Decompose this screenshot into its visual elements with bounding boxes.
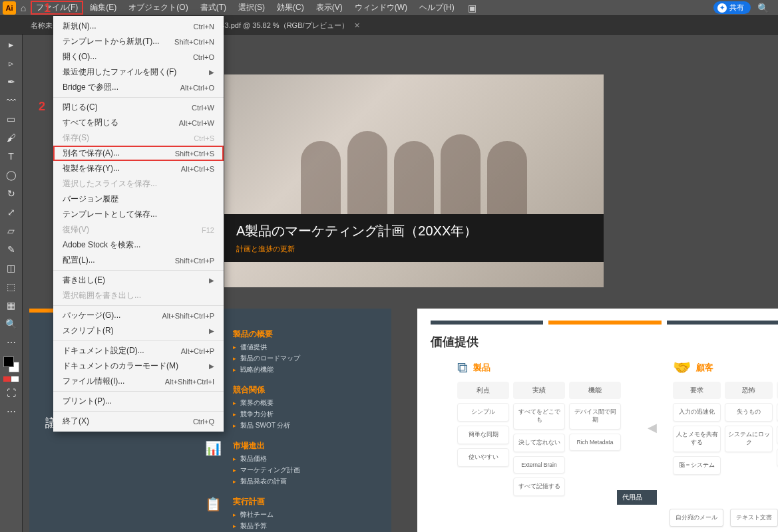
menu-edit[interactable]: 編集(E) [85, 1, 122, 15]
card-cell: システムにロック [725, 426, 773, 452]
card-cell: 脳＝システム [673, 456, 721, 475]
selection-tool[interactable]: ▸ [3, 37, 19, 52]
menu-shortcut: Shift+Ctrl+N [174, 38, 214, 46]
screen-mode[interactable]: ⛶ [3, 386, 19, 400]
menu-file[interactable]: ファイル(F) [31, 1, 83, 15]
card-column: 要求入力の迅速化人とメモを共有する脳＝システム [673, 382, 721, 475]
type-tool[interactable]: T [3, 149, 19, 164]
card-header: 要求 [673, 382, 721, 399]
menu-item[interactable]: 複製を保存(Y)...Alt+Ctrl+S [53, 161, 224, 176]
agenda-item: 戦略的機能 [233, 365, 300, 374]
direct-selection-tool[interactable]: ▹ [3, 56, 19, 70]
search-icon[interactable]: 🔍 [757, 3, 769, 13]
menu-item[interactable]: スクリプト(R)▶ [53, 323, 224, 338]
menu-item-label: 複製を保存(Y)... [63, 163, 120, 174]
menu-item-label: 復帰(V) [63, 224, 89, 235]
shape-builder-tool[interactable]: ▱ [3, 223, 19, 238]
tools-panel: ▸ ▹ ✒ 〰 ▭ 🖌 T ◯ ↻ ⤢ ▱ ✎ ◫ ⬚ ▦ 🔍 ⋯ ⛶ ⋯ [0, 35, 23, 532]
share-button[interactable]: ✦共有 [713, 1, 751, 14]
menu-item-label: 別名で保存(A)... [63, 148, 120, 159]
menu-item[interactable]: 新規(N)...Ctrl+N [53, 19, 224, 34]
agenda-section-title: 市場進出 [233, 440, 300, 452]
card-cell: 簡単な同期 [457, 426, 509, 444]
rotate-tool[interactable]: ↻ [3, 186, 19, 201]
agenda-section-title: 競合関係 [233, 384, 290, 396]
value-heading: 価値提供 [431, 334, 778, 350]
submenu-arrow-icon: ▶ [209, 68, 214, 76]
card-cell: デバイス間で同期 [569, 403, 621, 430]
menu-item[interactable]: 配置(L)...Shift+Ctrl+P [53, 253, 224, 268]
menu-item[interactable]: ドキュメント設定(D)...Alt+Ctrl+P [53, 343, 224, 358]
eyedropper-tool[interactable]: ✎ [3, 242, 19, 257]
alt-item: テキスト文書 [730, 509, 778, 527]
curvature-tool[interactable]: 〰 [3, 93, 19, 108]
artboard-tool[interactable]: ▦ [3, 298, 19, 313]
menu-item[interactable]: 最近使用したファイルを開く(F)▶ [53, 65, 224, 80]
submenu-arrow-icon: ▶ [209, 277, 214, 284]
arrange-icon[interactable]: ▣ [467, 3, 479, 13]
menu-item-label: パッケージ(G)... [63, 310, 120, 321]
menu-type[interactable]: 書式(T) [195, 1, 232, 15]
menu-help[interactable]: ヘルプ(H) [414, 1, 460, 15]
menu-item[interactable]: 終了(X)Ctrl+Q [53, 414, 224, 429]
rectangle-tool[interactable]: ▭ [3, 112, 19, 126]
card-column: 機能デバイス間で同期Rich Metadata [569, 382, 621, 496]
menu-item[interactable]: Bridge で参照...Alt+Ctrl+O [53, 80, 224, 95]
card-column: 恐怖失うものシステムにロック [725, 382, 773, 475]
edit-toolbar[interactable]: ⋯ [3, 404, 19, 419]
card-column: 利点シンプル簡単な同期使いやすい [457, 382, 509, 496]
menu-item-label: 選択範囲を書き出し... [63, 290, 141, 301]
agenda-item: 製品のロードマップ [233, 354, 300, 363]
menu-item[interactable]: プリント(P)... [53, 394, 224, 409]
menu-shortcut: Alt+Shift+Ctrl+P [162, 312, 214, 320]
color-swatch[interactable] [3, 356, 19, 372]
callout-1: 1 [44, 1, 51, 15]
menu-shortcut: Ctrl+N [194, 23, 214, 31]
menu-item[interactable]: 別名で保存(A)...Shift+Ctrl+S [53, 146, 224, 161]
scale-tool[interactable]: ⤢ [3, 205, 19, 219]
menu-item[interactable]: バージョン履歴 [53, 192, 224, 207]
color-mode-toggle[interactable] [3, 376, 19, 382]
menu-item[interactable]: ファイル情報(I)...Alt+Shift+Ctrl+I [53, 374, 224, 389]
agenda-item: 業界の概要 [233, 398, 290, 408]
menu-item[interactable]: Adobe Stock を検索... [53, 237, 224, 253]
close-icon[interactable]: ✕ [354, 21, 360, 30]
submenu-arrow-icon: ▶ [209, 362, 214, 370]
card-header: 実績 [513, 382, 565, 399]
menu-item[interactable]: 書き出し(E)▶ [53, 273, 224, 288]
menu-item-label: すべてを閉じる [63, 117, 118, 128]
menu-shortcut: Alt+Shift+Ctrl+I [165, 378, 214, 386]
arrow-left-icon: ◀ [648, 420, 657, 435]
home-icon[interactable]: ⌂ [17, 3, 29, 13]
menu-item[interactable]: テンプレートとして保存... [53, 207, 224, 222]
alt-label: 代用品 [617, 490, 657, 505]
more-tools[interactable]: ⋯ [3, 335, 19, 350]
menu-item-label: プリント(P)... [63, 396, 112, 407]
menu-item[interactable]: すべてを閉じるAlt+Ctrl+W [53, 115, 224, 130]
menu-item[interactable]: パッケージ(G)...Alt+Shift+Ctrl+P [53, 308, 224, 323]
menu-item-label: 書き出し(E) [63, 275, 105, 286]
menu-item[interactable]: 開く(O)...Ctrl+O [53, 49, 224, 65]
card-cell: 入力の迅速化 [673, 403, 721, 422]
submenu-arrow-icon: ▶ [209, 327, 214, 334]
ellipse-tool[interactable]: ◯ [3, 168, 19, 182]
menu-item: 選択したスライスを保存... [53, 176, 224, 192]
gradient-tool[interactable]: ◫ [3, 261, 19, 275]
menu-item[interactable]: テンプレートから新規(T)...Shift+Ctrl+N [53, 34, 224, 49]
menu-item-label: ファイル情報(I)... [63, 376, 124, 387]
menu-view[interactable]: 表示(V) [311, 1, 348, 15]
menu-item[interactable]: ドキュメントのカラーモード(M)▶ [53, 358, 224, 374]
slide-title: A製品のマーケティング計画（20XX年） [236, 222, 592, 240]
menu-object[interactable]: オブジェクト(O) [123, 1, 193, 15]
menu-effect[interactable]: 効果(C) [272, 1, 309, 15]
menu-item[interactable]: 閉じる(C)Ctrl+W [53, 100, 224, 115]
paintbrush-tool[interactable]: 🖌 [3, 130, 19, 145]
pen-tool[interactable]: ✒ [3, 74, 19, 89]
eraser-tool[interactable]: ⬚ [3, 279, 19, 294]
menu-select[interactable]: 選択(S) [233, 1, 270, 15]
menu-item-label: 新規(N)... [63, 21, 97, 32]
zoom-tool[interactable]: 🔍 [3, 317, 19, 331]
menu-item-label: 開く(O)... [63, 51, 97, 63]
menu-item-label: バージョン履歴 [63, 194, 118, 205]
menu-window[interactable]: ウィンドウ(W) [349, 1, 413, 15]
